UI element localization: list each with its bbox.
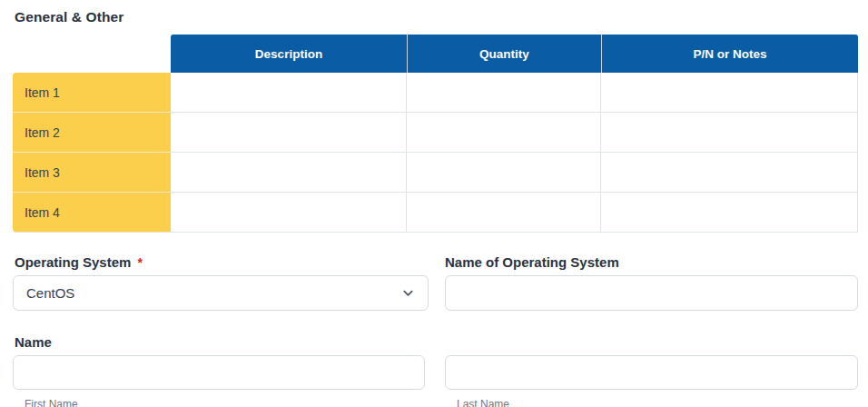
operating-system-label: Operating System* xyxy=(15,254,143,270)
column-header-quantity: Quantity xyxy=(407,35,601,73)
items-table: Description Quantity P/N or Notes Item 1… xyxy=(13,35,858,233)
table-corner-spacer xyxy=(13,35,171,73)
column-header-pn-or-notes: P/N or Notes xyxy=(601,35,858,73)
cell-item2-description[interactable] xyxy=(171,113,407,153)
operating-system-select[interactable]: CentOS xyxy=(13,275,429,311)
last-name-input[interactable] xyxy=(445,355,858,390)
name-label: Name xyxy=(15,334,52,350)
form-page: General & Other Description Quantity P/N… xyxy=(0,0,868,407)
row-label-item-3: Item 3 xyxy=(13,153,171,193)
cell-item3-description[interactable] xyxy=(171,153,407,193)
cell-item3-quantity[interactable] xyxy=(407,153,601,193)
operating-system-selected-value: CentOS xyxy=(26,285,74,301)
required-asterisk: * xyxy=(137,255,142,270)
cell-item4-quantity[interactable] xyxy=(407,193,601,233)
chevron-down-icon xyxy=(401,286,415,300)
cell-item3-pn-or-notes[interactable] xyxy=(601,153,858,193)
operating-system-name-label: Name of Operating System xyxy=(445,254,619,270)
cell-item1-quantity[interactable] xyxy=(407,73,601,113)
last-name-helper: Last Name xyxy=(457,398,509,407)
cell-item4-pn-or-notes[interactable] xyxy=(601,193,858,233)
operating-system-name-input[interactable] xyxy=(445,275,858,311)
row-label-item-4: Item 4 xyxy=(13,193,171,233)
cell-item1-description[interactable] xyxy=(171,73,407,113)
column-header-description: Description xyxy=(171,35,407,73)
first-name-input[interactable] xyxy=(13,355,425,390)
cell-item2-quantity[interactable] xyxy=(407,113,601,153)
cell-item1-pn-or-notes[interactable] xyxy=(601,73,858,113)
first-name-helper: First Name xyxy=(25,398,78,407)
row-label-item-2: Item 2 xyxy=(13,113,171,153)
operating-system-label-text: Operating System xyxy=(15,254,131,270)
section-heading: General & Other xyxy=(15,9,123,25)
cell-item2-pn-or-notes[interactable] xyxy=(601,113,858,153)
row-label-item-1: Item 1 xyxy=(13,73,171,113)
cell-item4-description[interactable] xyxy=(171,193,407,233)
